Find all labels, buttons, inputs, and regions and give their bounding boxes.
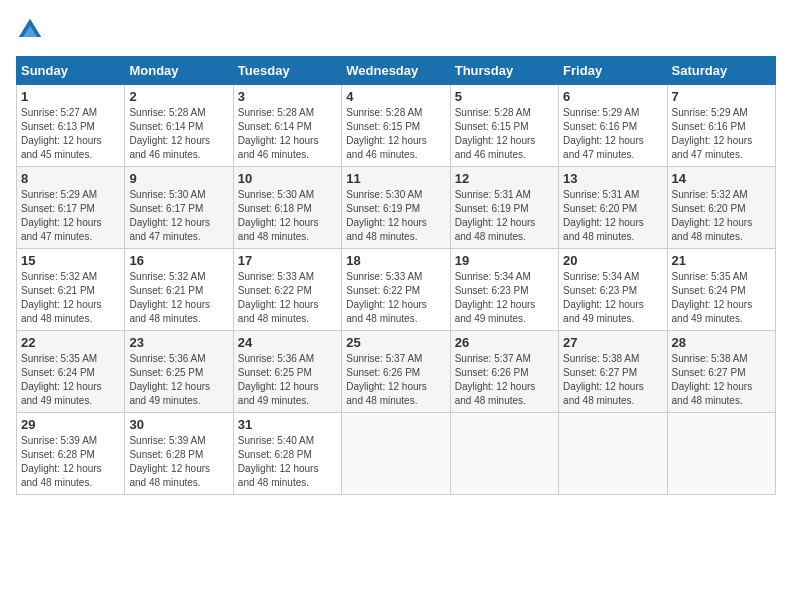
calendar-cell: 5Sunrise: 5:28 AM Sunset: 6:15 PM Daylig…	[450, 85, 558, 167]
day-info: Sunrise: 5:40 AM Sunset: 6:28 PM Dayligh…	[238, 434, 337, 490]
day-info: Sunrise: 5:32 AM Sunset: 6:21 PM Dayligh…	[21, 270, 120, 326]
calendar-cell: 12Sunrise: 5:31 AM Sunset: 6:19 PM Dayli…	[450, 167, 558, 249]
day-number: 16	[129, 253, 228, 268]
calendar-cell: 18Sunrise: 5:33 AM Sunset: 6:22 PM Dayli…	[342, 249, 450, 331]
day-number: 10	[238, 171, 337, 186]
day-number: 17	[238, 253, 337, 268]
calendar-cell	[342, 413, 450, 495]
calendar-cell: 9Sunrise: 5:30 AM Sunset: 6:17 PM Daylig…	[125, 167, 233, 249]
day-info: Sunrise: 5:37 AM Sunset: 6:26 PM Dayligh…	[455, 352, 554, 408]
calendar-cell: 2Sunrise: 5:28 AM Sunset: 6:14 PM Daylig…	[125, 85, 233, 167]
calendar-cell: 28Sunrise: 5:38 AM Sunset: 6:27 PM Dayli…	[667, 331, 775, 413]
calendar-cell	[667, 413, 775, 495]
day-number: 11	[346, 171, 445, 186]
logo	[16, 16, 48, 44]
calendar-week-2: 8Sunrise: 5:29 AM Sunset: 6:17 PM Daylig…	[17, 167, 776, 249]
calendar-cell: 11Sunrise: 5:30 AM Sunset: 6:19 PM Dayli…	[342, 167, 450, 249]
day-number: 21	[672, 253, 771, 268]
day-number: 9	[129, 171, 228, 186]
day-info: Sunrise: 5:32 AM Sunset: 6:20 PM Dayligh…	[672, 188, 771, 244]
calendar-cell	[450, 413, 558, 495]
day-number: 15	[21, 253, 120, 268]
day-info: Sunrise: 5:36 AM Sunset: 6:25 PM Dayligh…	[129, 352, 228, 408]
day-number: 2	[129, 89, 228, 104]
day-info: Sunrise: 5:33 AM Sunset: 6:22 PM Dayligh…	[346, 270, 445, 326]
calendar-cell: 3Sunrise: 5:28 AM Sunset: 6:14 PM Daylig…	[233, 85, 341, 167]
day-number: 18	[346, 253, 445, 268]
day-info: Sunrise: 5:33 AM Sunset: 6:22 PM Dayligh…	[238, 270, 337, 326]
logo-icon	[16, 16, 44, 44]
day-number: 20	[563, 253, 662, 268]
col-wednesday: Wednesday	[342, 57, 450, 85]
day-info: Sunrise: 5:28 AM Sunset: 6:15 PM Dayligh…	[346, 106, 445, 162]
calendar-cell: 26Sunrise: 5:37 AM Sunset: 6:26 PM Dayli…	[450, 331, 558, 413]
calendar-week-5: 29Sunrise: 5:39 AM Sunset: 6:28 PM Dayli…	[17, 413, 776, 495]
calendar-cell: 22Sunrise: 5:35 AM Sunset: 6:24 PM Dayli…	[17, 331, 125, 413]
calendar-cell: 25Sunrise: 5:37 AM Sunset: 6:26 PM Dayli…	[342, 331, 450, 413]
day-info: Sunrise: 5:39 AM Sunset: 6:28 PM Dayligh…	[129, 434, 228, 490]
calendar-cell: 31Sunrise: 5:40 AM Sunset: 6:28 PM Dayli…	[233, 413, 341, 495]
calendar-cell: 7Sunrise: 5:29 AM Sunset: 6:16 PM Daylig…	[667, 85, 775, 167]
calendar-cell: 15Sunrise: 5:32 AM Sunset: 6:21 PM Dayli…	[17, 249, 125, 331]
day-number: 29	[21, 417, 120, 432]
day-info: Sunrise: 5:35 AM Sunset: 6:24 PM Dayligh…	[21, 352, 120, 408]
day-info: Sunrise: 5:30 AM Sunset: 6:17 PM Dayligh…	[129, 188, 228, 244]
calendar-cell: 24Sunrise: 5:36 AM Sunset: 6:25 PM Dayli…	[233, 331, 341, 413]
day-info: Sunrise: 5:35 AM Sunset: 6:24 PM Dayligh…	[672, 270, 771, 326]
day-number: 25	[346, 335, 445, 350]
calendar-cell: 13Sunrise: 5:31 AM Sunset: 6:20 PM Dayli…	[559, 167, 667, 249]
day-number: 7	[672, 89, 771, 104]
day-number: 8	[21, 171, 120, 186]
day-number: 14	[672, 171, 771, 186]
day-number: 1	[21, 89, 120, 104]
calendar-week-3: 15Sunrise: 5:32 AM Sunset: 6:21 PM Dayli…	[17, 249, 776, 331]
calendar-cell: 1Sunrise: 5:27 AM Sunset: 6:13 PM Daylig…	[17, 85, 125, 167]
day-number: 24	[238, 335, 337, 350]
day-info: Sunrise: 5:31 AM Sunset: 6:20 PM Dayligh…	[563, 188, 662, 244]
day-number: 5	[455, 89, 554, 104]
calendar-cell: 10Sunrise: 5:30 AM Sunset: 6:18 PM Dayli…	[233, 167, 341, 249]
day-info: Sunrise: 5:38 AM Sunset: 6:27 PM Dayligh…	[672, 352, 771, 408]
day-info: Sunrise: 5:34 AM Sunset: 6:23 PM Dayligh…	[563, 270, 662, 326]
day-info: Sunrise: 5:28 AM Sunset: 6:15 PM Dayligh…	[455, 106, 554, 162]
col-tuesday: Tuesday	[233, 57, 341, 85]
calendar-week-4: 22Sunrise: 5:35 AM Sunset: 6:24 PM Dayli…	[17, 331, 776, 413]
calendar-cell: 20Sunrise: 5:34 AM Sunset: 6:23 PM Dayli…	[559, 249, 667, 331]
day-number: 28	[672, 335, 771, 350]
day-info: Sunrise: 5:30 AM Sunset: 6:19 PM Dayligh…	[346, 188, 445, 244]
day-number: 6	[563, 89, 662, 104]
header-row: Sunday Monday Tuesday Wednesday Thursday…	[17, 57, 776, 85]
day-number: 13	[563, 171, 662, 186]
day-info: Sunrise: 5:39 AM Sunset: 6:28 PM Dayligh…	[21, 434, 120, 490]
day-info: Sunrise: 5:34 AM Sunset: 6:23 PM Dayligh…	[455, 270, 554, 326]
day-info: Sunrise: 5:29 AM Sunset: 6:16 PM Dayligh…	[563, 106, 662, 162]
calendar-cell: 16Sunrise: 5:32 AM Sunset: 6:21 PM Dayli…	[125, 249, 233, 331]
calendar-table: Sunday Monday Tuesday Wednesday Thursday…	[16, 56, 776, 495]
calendar-cell: 19Sunrise: 5:34 AM Sunset: 6:23 PM Dayli…	[450, 249, 558, 331]
day-number: 22	[21, 335, 120, 350]
day-number: 12	[455, 171, 554, 186]
calendar-cell: 6Sunrise: 5:29 AM Sunset: 6:16 PM Daylig…	[559, 85, 667, 167]
calendar-cell: 30Sunrise: 5:39 AM Sunset: 6:28 PM Dayli…	[125, 413, 233, 495]
calendar-cell: 27Sunrise: 5:38 AM Sunset: 6:27 PM Dayli…	[559, 331, 667, 413]
day-info: Sunrise: 5:36 AM Sunset: 6:25 PM Dayligh…	[238, 352, 337, 408]
col-saturday: Saturday	[667, 57, 775, 85]
col-monday: Monday	[125, 57, 233, 85]
day-info: Sunrise: 5:28 AM Sunset: 6:14 PM Dayligh…	[129, 106, 228, 162]
day-info: Sunrise: 5:28 AM Sunset: 6:14 PM Dayligh…	[238, 106, 337, 162]
day-number: 19	[455, 253, 554, 268]
day-info: Sunrise: 5:31 AM Sunset: 6:19 PM Dayligh…	[455, 188, 554, 244]
day-number: 3	[238, 89, 337, 104]
calendar-cell: 8Sunrise: 5:29 AM Sunset: 6:17 PM Daylig…	[17, 167, 125, 249]
day-number: 26	[455, 335, 554, 350]
col-friday: Friday	[559, 57, 667, 85]
day-info: Sunrise: 5:37 AM Sunset: 6:26 PM Dayligh…	[346, 352, 445, 408]
day-number: 30	[129, 417, 228, 432]
day-info: Sunrise: 5:29 AM Sunset: 6:17 PM Dayligh…	[21, 188, 120, 244]
calendar-week-1: 1Sunrise: 5:27 AM Sunset: 6:13 PM Daylig…	[17, 85, 776, 167]
day-info: Sunrise: 5:38 AM Sunset: 6:27 PM Dayligh…	[563, 352, 662, 408]
day-info: Sunrise: 5:27 AM Sunset: 6:13 PM Dayligh…	[21, 106, 120, 162]
calendar-cell: 23Sunrise: 5:36 AM Sunset: 6:25 PM Dayli…	[125, 331, 233, 413]
calendar-cell: 29Sunrise: 5:39 AM Sunset: 6:28 PM Dayli…	[17, 413, 125, 495]
day-info: Sunrise: 5:29 AM Sunset: 6:16 PM Dayligh…	[672, 106, 771, 162]
